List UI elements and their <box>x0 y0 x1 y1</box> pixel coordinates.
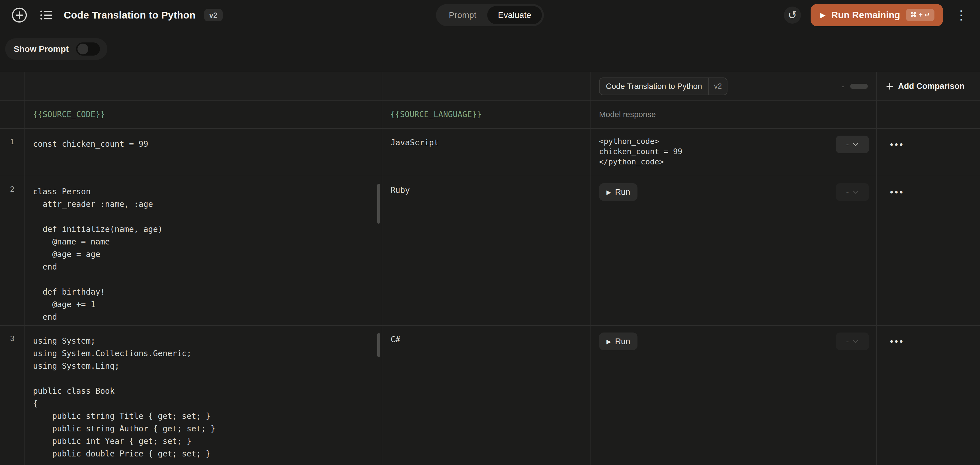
chevron-down-icon <box>853 143 858 147</box>
score-dropdown[interactable]: - <box>836 332 869 350</box>
mode-tabs: Prompt Evaluate <box>436 4 544 26</box>
source-language-cell[interactable]: Ruby <box>382 176 590 326</box>
source-code-cell[interactable]: using System; using System.Collections.G… <box>25 326 382 465</box>
history-icon: ↺ <box>788 10 797 21</box>
comparison-name: Code Translation to Python <box>600 78 708 94</box>
row-index: 2 <box>0 176 25 326</box>
version-badge[interactable]: v2 <box>204 9 223 21</box>
comparison-selector[interactable]: Code Translation to Python v2 <box>599 78 727 95</box>
row-index: 1 <box>0 129 25 176</box>
score-cell: - <box>828 129 877 176</box>
score-dropdown[interactable]: - <box>836 183 869 201</box>
model-response: <python_code> chicken_count = 99 </pytho… <box>599 136 828 167</box>
more-options-icon: ••• <box>890 337 905 346</box>
more-options-icon: ••• <box>890 140 905 149</box>
run-button[interactable]: ▶ Run <box>599 332 638 350</box>
source-code-cell[interactable]: const chicken_count = 99 <box>25 129 382 176</box>
topbar: Code Translation to Python v2 Prompt Eva… <box>0 0 980 30</box>
column-source-language: {{SOURCE_LANGUAGE}} <box>382 101 590 129</box>
list-icon <box>39 8 54 22</box>
play-icon: ▶ <box>820 12 826 19</box>
source-code: class Person attr_reader :name, :age def… <box>33 185 376 323</box>
model-response-cell: ▶ Run <box>590 176 828 326</box>
chevron-down-icon <box>853 190 858 194</box>
source-code-cell[interactable]: class Person attr_reader :name, :age def… <box>25 176 382 326</box>
toggle-knob <box>78 43 88 54</box>
header-spacer <box>877 101 980 129</box>
more-options-button[interactable]: ••• <box>890 183 905 201</box>
show-prompt-label: Show Prompt <box>14 44 68 54</box>
row-index: 3 <box>0 326 25 465</box>
play-icon: ▶ <box>606 339 611 345</box>
history-button[interactable]: ↺ <box>784 6 801 24</box>
score-dropdown[interactable]: - <box>836 136 869 153</box>
prompt-list-button[interactable] <box>37 6 55 24</box>
row-actions-cell: ••• <box>877 176 980 326</box>
row-actions-cell: ••• <box>877 326 980 465</box>
score-cell: - <box>828 326 877 465</box>
add-comparison-cell: Add Comparison <box>877 72 980 101</box>
header-spacer <box>25 72 382 101</box>
show-prompt-toggle[interactable] <box>76 42 100 56</box>
tab-prompt[interactable]: Prompt <box>438 6 487 24</box>
row-actions-cell: ••• <box>877 129 980 176</box>
keyboard-shortcut-badge: ⌘ + ↵ <box>906 9 934 21</box>
source-code: using System; using System.Collections.G… <box>33 335 376 460</box>
column-source-code: {{SOURCE_CODE}} <box>25 101 382 129</box>
run-remaining-label: Run Remaining <box>831 10 900 21</box>
more-options-button[interactable]: ••• <box>890 332 905 350</box>
comparison-score: - <box>842 81 868 91</box>
score-meter <box>850 84 868 89</box>
more-options-icon: ••• <box>890 188 905 197</box>
scrollbar-thumb[interactable] <box>377 333 380 357</box>
kebab-icon: ⋮ <box>955 8 967 22</box>
source-language-cell[interactable]: JavaScript <box>382 129 590 176</box>
score-value: - <box>842 81 845 91</box>
header-spacer <box>828 101 877 129</box>
more-options-button[interactable]: ••• <box>890 136 905 153</box>
source-language-cell[interactable]: C# <box>382 326 590 465</box>
chevron-down-icon <box>853 340 858 344</box>
scrollbar-thumb[interactable] <box>377 184 380 224</box>
header-spacer <box>0 72 25 101</box>
play-icon: ▶ <box>606 189 611 195</box>
plus-circle-icon <box>11 7 28 23</box>
model-response-cell: ▶ Run <box>590 326 828 465</box>
add-comparison-button[interactable]: Add Comparison <box>877 72 965 100</box>
header-spacer <box>382 72 590 101</box>
source-code: const chicken_count = 99 <box>33 138 376 150</box>
column-model-response: Model response <box>590 101 828 129</box>
model-response-cell[interactable]: <python_code> chicken_count = 99 </pytho… <box>590 129 828 176</box>
add-button[interactable] <box>10 6 29 24</box>
plus-icon <box>886 82 894 91</box>
header-spacer <box>0 101 25 129</box>
overflow-menu-button[interactable]: ⋮ <box>953 9 970 21</box>
page-title: Code Translation to Python <box>64 10 196 21</box>
tab-evaluate[interactable]: Evaluate <box>487 6 542 24</box>
show-prompt-control: Show Prompt <box>5 38 107 60</box>
comparison-version: v2 <box>709 78 727 94</box>
score-cell: - <box>828 176 877 326</box>
evaluation-table: Code Translation to Python v2 - Add Comp… <box>0 72 980 465</box>
run-button[interactable]: ▶ Run <box>599 183 638 201</box>
run-remaining-button[interactable]: ▶ Run Remaining ⌘ + ↵ <box>811 4 943 26</box>
comparison-header: Code Translation to Python v2 - <box>590 72 877 101</box>
